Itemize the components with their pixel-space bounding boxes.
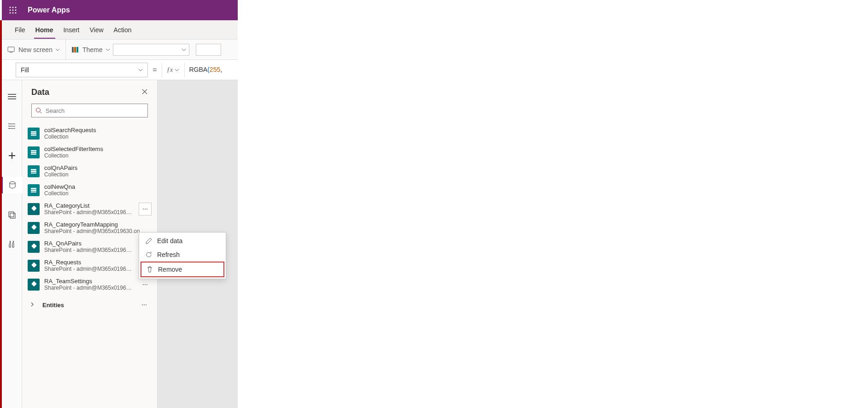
menu-action[interactable]: Action	[114, 22, 132, 38]
more-options-button[interactable]	[139, 278, 152, 291]
chevron-down-icon	[55, 47, 60, 52]
theme-icon	[71, 46, 79, 53]
svg-rect-24	[31, 131, 36, 133]
theme-size-combo[interactable]	[196, 44, 221, 56]
svg-point-45	[143, 284, 144, 285]
menu-active-underline	[34, 38, 55, 39]
formula-bar: Fill = ƒx RGBA(255,	[2, 60, 238, 80]
search-box[interactable]	[31, 104, 148, 117]
rail-insert-icon[interactable]	[2, 147, 22, 164]
menu-file[interactable]: File	[15, 22, 25, 38]
ribbon-new-screen[interactable]: New screen	[2, 40, 66, 59]
svg-point-36	[143, 209, 144, 210]
svg-point-0	[10, 7, 11, 8]
data-source-item[interactable]: RA_QnAPairsSharePoint - admin@M365x01963…	[25, 237, 154, 256]
refresh-icon	[145, 251, 152, 258]
data-source-name: colQnAPairs	[44, 164, 152, 171]
svg-point-5	[15, 10, 17, 11]
ctx-remove-label: Remove	[158, 266, 182, 273]
chevron-down-icon	[138, 68, 143, 72]
data-source-item[interactable]: colSelectedFilterItemsCollection	[25, 143, 154, 162]
more-options-button[interactable]	[138, 298, 151, 311]
more-options-button[interactable]	[139, 203, 152, 216]
svg-rect-26	[31, 135, 36, 136]
data-source-sub: SharePoint - admin@M365x019630.on...	[44, 266, 134, 272]
svg-rect-18	[9, 155, 15, 156]
ctx-remove[interactable]: Remove	[141, 262, 224, 277]
svg-point-3	[10, 10, 11, 11]
sharepoint-icon	[28, 279, 40, 291]
data-source-list: colSearchRequestsCollectioncolSelectedFi…	[22, 122, 157, 408]
rail-hamburger[interactable]	[2, 88, 22, 105]
ctx-refresh[interactable]: Refresh	[141, 248, 224, 262]
sharepoint-icon	[28, 203, 40, 215]
svg-point-49	[144, 304, 145, 305]
entities-row[interactable]: Entities	[25, 294, 154, 316]
screen-icon	[7, 46, 15, 53]
context-menu: Edit data Refresh Remove	[139, 232, 226, 279]
app-launcher-icon[interactable]	[2, 0, 24, 20]
svg-rect-28	[31, 152, 36, 153]
app-title: Power Apps	[24, 6, 70, 14]
sharepoint-icon	[28, 260, 40, 272]
property-name: Fill	[21, 66, 29, 74]
svg-rect-31	[31, 171, 36, 172]
data-source-name: RA_QnAPairs	[44, 240, 134, 247]
rail-media-icon[interactable]	[2, 206, 22, 223]
svg-rect-32	[31, 173, 36, 174]
svg-rect-16	[8, 99, 16, 99]
rail-data-icon[interactable]	[2, 177, 22, 193]
svg-point-6	[10, 12, 11, 14]
property-selector[interactable]: Fill	[16, 63, 148, 77]
entities-label: Entities	[42, 302, 131, 309]
svg-point-2	[15, 7, 17, 8]
svg-point-22	[36, 108, 41, 112]
menu-view[interactable]: View	[89, 22, 103, 38]
data-source-sub: Collection	[44, 190, 152, 197]
svg-point-47	[147, 284, 147, 285]
rail-tree-view-icon[interactable]	[2, 118, 22, 134]
panel-close-icon[interactable]	[141, 88, 148, 97]
search-input[interactable]	[46, 107, 144, 114]
pencil-icon	[145, 237, 152, 245]
data-source-item[interactable]: RA_CategoryTeamMappingSharePoint - admin…	[25, 218, 154, 237]
ribbon-theme[interactable]: Theme	[66, 40, 227, 59]
data-source-item[interactable]: colSearchRequestsCollection	[25, 124, 154, 143]
data-source-sub: Collection	[44, 134, 152, 140]
ctx-edit-data[interactable]: Edit data	[141, 234, 224, 248]
svg-rect-13	[76, 47, 78, 52]
menu-insert[interactable]: Insert	[63, 22, 79, 38]
svg-point-8	[15, 12, 17, 14]
sharepoint-icon	[28, 241, 40, 253]
svg-point-4	[12, 10, 14, 11]
formula-text[interactable]: RGBA(255,	[185, 66, 224, 74]
rail-advanced-icon[interactable]	[2, 236, 22, 252]
data-source-name: RA_Requests	[44, 259, 134, 266]
svg-rect-10	[10, 52, 12, 52]
chevron-down-icon	[106, 47, 110, 52]
data-source-item[interactable]: RA_CategoryListSharePoint - admin@M365x0…	[25, 199, 154, 218]
data-source-sub: Collection	[44, 171, 152, 178]
data-source-name: RA_CategoryList	[44, 202, 134, 209]
svg-rect-34	[31, 190, 36, 191]
svg-rect-20	[9, 212, 14, 217]
data-source-sub: SharePoint - admin@M365x019630.on...	[44, 228, 152, 234]
equals-sign: =	[148, 66, 162, 74]
data-source-item[interactable]: RA_TeamSettingsSharePoint - admin@M365x0…	[25, 275, 154, 294]
data-source-item[interactable]: colNewQnaCollection	[25, 181, 154, 199]
svg-rect-9	[8, 47, 14, 52]
data-source-name: colNewQna	[44, 183, 152, 190]
left-rail	[2, 80, 22, 408]
menu-home[interactable]: Home	[35, 22, 53, 38]
title-bar: Power Apps	[2, 0, 238, 20]
fx-button[interactable]: ƒx	[162, 63, 185, 77]
data-source-name: RA_CategoryTeamMapping	[44, 221, 152, 228]
theme-font-combo[interactable]	[113, 44, 189, 56]
data-source-item[interactable]: colQnAPairsCollection	[25, 162, 154, 181]
data-source-item[interactable]: RA_RequestsSharePoint - admin@M365x01963…	[25, 256, 154, 275]
data-panel: Data colSearchRequestsCollectioncolSelec…	[22, 80, 158, 408]
data-source-name: colSelectedFilterItems	[44, 146, 152, 152]
data-source-sub: Collection	[44, 152, 152, 159]
data-source-name: RA_TeamSettings	[44, 278, 134, 285]
menu-bar: File Home Insert View Action	[2, 20, 238, 40]
